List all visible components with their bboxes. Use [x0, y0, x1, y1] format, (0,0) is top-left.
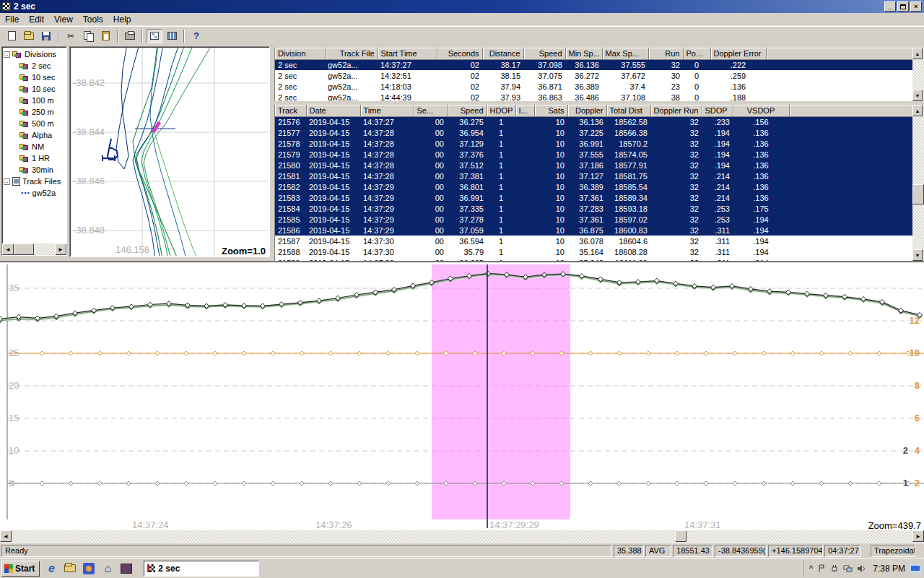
column-header-run[interactable]: Run — [648, 48, 683, 59]
column-header-hdop[interactable]: HDOP — [487, 105, 515, 116]
scroll-thumb[interactable] — [14, 243, 34, 255]
menu-view[interactable]: View — [49, 13, 78, 26]
print-button[interactable] — [122, 29, 138, 43]
taskbar-task-2sec[interactable]: 2 sec — [144, 561, 259, 577]
expander-icon[interactable]: - — [4, 51, 10, 58]
paste-button[interactable] — [97, 29, 113, 43]
menu-tools[interactable]: Tools — [78, 13, 108, 26]
tree-item-500-m[interactable]: 500 m — [4, 118, 65, 129]
column-header-total-dist[interactable]: Total Dist — [606, 105, 650, 116]
column-header-track-file[interactable]: Track File — [325, 48, 378, 59]
column-header-min-sp-[interactable]: Min Sp... — [565, 48, 602, 59]
column-header-vsdop[interactable]: VSDOP — [733, 105, 789, 116]
new-button[interactable] — [4, 29, 19, 43]
column-header-sdop[interactable]: SDOP — [702, 105, 733, 116]
points-table-scrollbar[interactable]: ▲▼ — [912, 105, 924, 261]
tray-flag-icon[interactable] — [817, 564, 826, 573]
app-shortcut-icon[interactable] — [119, 561, 134, 576]
tree-item-250-m[interactable]: 250 m — [4, 106, 65, 118]
tree-item-divisions[interactable]: -Divisions — [4, 48, 65, 60]
home-shortcut-icon[interactable]: ⌂ — [100, 561, 115, 576]
tree-item-10-sec[interactable]: 10 sec — [4, 83, 65, 95]
help-button[interactable]: ? — [188, 29, 204, 43]
speed-chart-canvas[interactable]: 35252015105121086422114:37:2414:37:2614:… — [0, 262, 924, 531]
view-map-button[interactable] — [147, 29, 162, 43]
results-row[interactable]: 2 secgw52a...14:37:270238.1737.09836.136… — [275, 59, 912, 70]
tree-item-nm[interactable]: NM — [4, 141, 65, 152]
track-map-panel[interactable]: -38.842-38.844-38.846-38.848146.158Zoom=… — [69, 46, 270, 257]
column-header-po-[interactable]: Po... — [683, 48, 710, 59]
column-header-seconds[interactable]: Seconds — [437, 48, 482, 59]
column-header-filler[interactable] — [789, 105, 912, 116]
points-row[interactable]: 215822019-04-1514:37:290036.80111036.389… — [275, 181, 912, 192]
points-row[interactable]: 215802019-04-1514:37:280037.51211037.186… — [275, 160, 912, 171]
scroll-up-button[interactable]: ▲ — [912, 105, 923, 116]
scroll-thumb[interactable] — [912, 184, 924, 204]
tree-horizontal-scrollbar[interactable]: ◄► — [2, 243, 66, 255]
tree-item-gw52a[interactable]: ▪▪▪gw52a — [4, 187, 65, 199]
tray-chevron-icon[interactable]: ^ — [809, 564, 814, 574]
points-row[interactable]: 215882019-04-1514:37:300035.7911035.1641… — [275, 246, 912, 257]
scroll-left-button[interactable]: ◄ — [0, 530, 12, 542]
tree-item-100-m[interactable]: 100 m — [4, 95, 65, 106]
tray-network-icon[interactable] — [843, 564, 853, 573]
points-row[interactable]: 215792019-04-1514:37:280037.37611037.555… — [275, 149, 912, 160]
tree-item-alpha[interactable]: Alpha — [4, 129, 65, 141]
column-header-i-[interactable]: I... — [515, 105, 534, 116]
track-map-canvas[interactable]: -38.842-38.844-38.846-38.848146.158Zoom=… — [71, 48, 269, 256]
menu-help[interactable]: Help — [108, 13, 136, 26]
tree-item-10-sec[interactable]: 10 sec — [4, 72, 65, 83]
column-header-se-[interactable]: Se... — [414, 105, 447, 116]
start-button[interactable]: Start — [1, 561, 40, 577]
scroll-left-button[interactable]: ◄ — [2, 243, 14, 255]
points-row[interactable]: 215812019-04-1514:37:280037.38111037.127… — [275, 171, 912, 181]
results-row[interactable]: 2 secgw52a...14:32:510238.1537.07536.272… — [275, 70, 912, 81]
folder-shortcut-icon[interactable] — [63, 561, 77, 576]
points-row[interactable]: 215762019-04-1514:37:270036.27511036.136… — [275, 116, 912, 127]
scroll-right-button[interactable]: ► — [912, 530, 924, 542]
speed-chart-panel[interactable]: 35252015105121086422114:37:2414:37:2614:… — [0, 262, 924, 530]
cut-button[interactable]: ✂ — [63, 29, 79, 43]
tray-display-icon[interactable] — [910, 564, 921, 573]
minimize-button[interactable]: _ — [884, 1, 896, 12]
results-table-scrollbar[interactable]: ▲▼ — [912, 48, 924, 101]
points-row[interactable]: 215852019-04-1514:37:290037.27811037.361… — [275, 214, 912, 225]
internet-explorer-icon[interactable]: e — [44, 561, 58, 576]
points-row[interactable]: 215862019-04-1514:37:290037.05911036.875… — [275, 225, 912, 236]
results-row[interactable]: 2 secgw52a...14:18:030237.9436.87136.389… — [275, 81, 912, 92]
tree-item-track-files[interactable]: -Track Files — [4, 176, 65, 187]
column-header-division[interactable]: Division — [275, 48, 325, 59]
scroll-thumb[interactable] — [675, 530, 687, 542]
column-header-date[interactable]: Date — [306, 105, 360, 116]
close-button[interactable]: × — [910, 1, 922, 12]
expander-icon[interactable]: - — [4, 178, 10, 185]
menu-edit[interactable]: Edit — [24, 13, 49, 26]
column-header-doppler[interactable]: Doppler — [567, 105, 606, 116]
points-row[interactable]: 215782019-04-1514:37:280037.12911036.991… — [275, 138, 912, 149]
menu-file[interactable]: File — [0, 13, 24, 26]
results-row[interactable]: 2 secgw52a...14:44:390237.9336.86336.486… — [275, 92, 912, 101]
points-row[interactable]: 215872019-04-1514:37:300036.59411036.078… — [275, 236, 912, 246]
view-table-button[interactable] — [164, 29, 180, 43]
tray-power-plug-icon[interactable] — [830, 564, 839, 573]
column-header-time[interactable]: Time — [360, 105, 414, 116]
column-header-doppler-run[interactable]: Doppler Run — [650, 105, 702, 116]
tree-item-30min[interactable]: 30min — [4, 164, 65, 176]
column-header-start-time[interactable]: Start Time — [378, 48, 437, 59]
save-button[interactable] — [38, 29, 54, 43]
chart-horizontal-scrollbar[interactable]: ◄► — [0, 530, 924, 543]
tree-item-1-hr[interactable]: 1 HR — [4, 152, 65, 164]
scroll-right-button[interactable]: ► — [55, 243, 66, 255]
points-row[interactable]: 215842019-04-1514:37:290037.33511037.283… — [275, 203, 912, 214]
column-header-track[interactable]: Track — [275, 105, 306, 116]
column-header-max-sp-[interactable]: Max Sp... — [602, 48, 648, 59]
column-header-sats[interactable]: Sats — [534, 105, 567, 116]
media-player-icon[interactable] — [82, 561, 96, 576]
tray-volume-icon[interactable] — [857, 564, 866, 573]
points-row[interactable]: 215892019-04-1514:37:300036.00511035.942… — [275, 257, 912, 261]
scroll-up-button[interactable]: ▲ — [912, 48, 923, 59]
restore-button[interactable] — [897, 1, 909, 12]
scroll-down-button[interactable]: ▼ — [912, 90, 923, 101]
points-row[interactable]: 215772019-04-1514:37:280036.95411037.225… — [275, 127, 912, 138]
tree-item-2-sec[interactable]: 2 sec — [4, 60, 65, 72]
